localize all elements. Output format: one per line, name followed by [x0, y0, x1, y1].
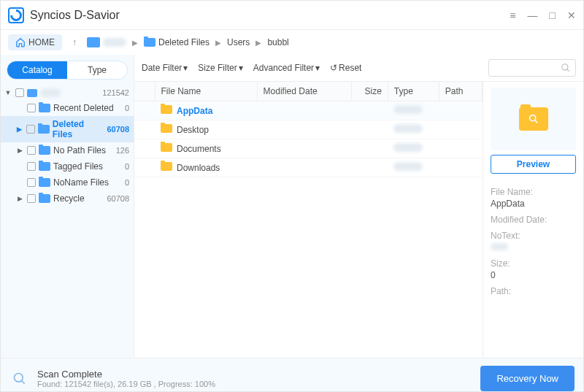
preview-thumbnail	[491, 88, 576, 150]
file-name: AppData	[177, 106, 212, 116]
home-button[interactable]: HOME	[8, 34, 62, 50]
content: Date Filter▾ Size Filter▾ Advanced Filte…	[134, 55, 583, 358]
folder-icon	[38, 125, 49, 134]
tree-count: 0	[125, 104, 129, 112]
date-filter[interactable]: Date Filter▾	[142, 63, 188, 73]
checkbox[interactable]	[27, 194, 36, 203]
tree-count: 126	[116, 146, 129, 155]
tree-count: 60708	[107, 125, 129, 134]
pv-label-notext: NoText:	[491, 231, 576, 241]
col-name[interactable]: File Name	[155, 82, 257, 101]
checkbox[interactable]	[27, 178, 36, 187]
chevron-right-icon: ▶	[132, 39, 138, 47]
reset-filter[interactable]: ↺Reset	[330, 63, 361, 73]
expand-icon[interactable]: ▶	[15, 126, 23, 133]
tree-root[interactable]: ▼ 121542	[1, 85, 134, 100]
checkbox[interactable]	[26, 125, 35, 134]
up-button[interactable]: ↑	[68, 37, 81, 47]
col-path[interactable]: Path	[439, 82, 482, 101]
table-row[interactable]: AppData	[134, 101, 483, 120]
pv-label-size: Size:	[491, 258, 576, 269]
breadcrumb-drive[interactable]	[87, 37, 126, 47]
checkbox[interactable]	[27, 104, 36, 112]
search-input[interactable]	[488, 59, 576, 77]
folder-icon	[39, 178, 50, 187]
file-name: Documents	[177, 144, 221, 154]
home-label: HOME	[28, 37, 55, 47]
pv-val-fname: AppData	[491, 199, 576, 209]
folder-icon	[161, 162, 172, 171]
expand-icon[interactable]: ▶	[15, 147, 24, 154]
breadcrumb-deleted[interactable]: Deleted Files	[144, 37, 210, 47]
checkbox[interactable]	[27, 146, 36, 155]
chevron-down-icon: ▾	[183, 63, 188, 73]
col-size[interactable]: Size	[351, 82, 388, 101]
file-type	[393, 105, 423, 114]
col-modified[interactable]: Modified Date	[257, 82, 351, 101]
tree-item-tagged[interactable]: Tagged Files 0	[1, 158, 134, 174]
sidebar: Catalog Type ▼ 121542 Recent Deleted 0 ▶…	[1, 55, 134, 358]
file-type	[393, 162, 423, 171]
home-icon	[15, 37, 26, 47]
reset-icon: ↺	[330, 63, 337, 73]
breadcrumb-users[interactable]: Users	[227, 37, 250, 47]
tree-root-label	[40, 88, 61, 97]
folder-icon	[39, 194, 50, 203]
folder-icon	[161, 105, 172, 114]
tree-item-deleted-files[interactable]: ▶ Deleted Files 60708	[1, 116, 134, 142]
collapse-icon[interactable]: ▼	[4, 89, 12, 96]
tree-count: 0	[125, 162, 129, 171]
tree-count: 121542	[102, 88, 129, 97]
svg-point-2	[529, 115, 535, 121]
status-title: Scan Complete	[37, 369, 215, 380]
title-bar: Syncios D-Savior ≡ — □ ✕	[1, 1, 583, 30]
svg-line-5	[22, 380, 25, 383]
status-bar: Scan Complete Found: 121542 file(s), 26.…	[1, 358, 583, 392]
tree-label: Deleted Files	[53, 119, 104, 139]
col-type[interactable]: Type	[388, 82, 439, 101]
expand-icon[interactable]: ▶	[15, 195, 24, 202]
maximize-button[interactable]: □	[550, 9, 556, 21]
chevron-right-icon: ▶	[215, 39, 221, 47]
chevron-down-icon: ▾	[315, 63, 320, 73]
breadcrumb-bubbl[interactable]: bubbl	[267, 37, 288, 47]
file-list: File Name Modified Date Size Type Path A…	[134, 82, 483, 358]
checkbox[interactable]	[15, 88, 24, 97]
tree-item-no-path[interactable]: ▶ No Path Files 126	[1, 142, 134, 158]
svg-point-4	[15, 373, 23, 382]
tree-item-noname[interactable]: NoName Files 0	[1, 174, 134, 191]
chevron-down-icon: ▾	[239, 63, 243, 73]
status-detail: Found: 121542 file(s), 26.19 GB , Progre…	[37, 380, 215, 388]
drive-icon	[87, 37, 100, 47]
minimize-button[interactable]: —	[528, 9, 538, 21]
drive-icon	[27, 89, 37, 97]
size-filter[interactable]: Size Filter▾	[198, 63, 242, 73]
table-row[interactable]: Downloads	[134, 158, 483, 177]
folder-icon	[144, 38, 155, 47]
tree-label: Recycle	[53, 193, 85, 204]
checkbox[interactable]	[27, 162, 36, 171]
tree-label: Recent Deleted	[53, 103, 114, 113]
recovery-button[interactable]: Recovery Now	[480, 366, 575, 391]
pv-label-path: Path:	[491, 286, 576, 296]
preview-button[interactable]: Preview	[491, 155, 576, 174]
close-button[interactable]: ✕	[567, 9, 576, 21]
folder-icon	[39, 162, 50, 171]
folder-preview-icon	[519, 107, 548, 131]
tree-label: NoName Files	[53, 177, 109, 188]
table-row[interactable]: Documents	[134, 139, 483, 158]
folder-icon	[161, 143, 172, 152]
menu-icon[interactable]: ≡	[510, 9, 515, 21]
tree-item-recycle[interactable]: ▶ Recycle 60708	[1, 191, 134, 207]
advanced-filter[interactable]: Advanced Filter▾	[253, 63, 320, 73]
tree-count: 60708	[107, 194, 129, 203]
folder-icon	[39, 146, 50, 155]
file-type	[393, 143, 423, 152]
table-row[interactable]: Desktop	[134, 120, 483, 139]
svg-line-3	[535, 120, 537, 123]
tree-label: No Path Files	[53, 145, 106, 155]
pv-val-notext	[491, 243, 508, 250]
tab-type[interactable]: Type	[67, 61, 127, 79]
tab-catalog[interactable]: Catalog	[7, 61, 67, 79]
tree-item-recent-deleted[interactable]: Recent Deleted 0	[1, 100, 134, 116]
